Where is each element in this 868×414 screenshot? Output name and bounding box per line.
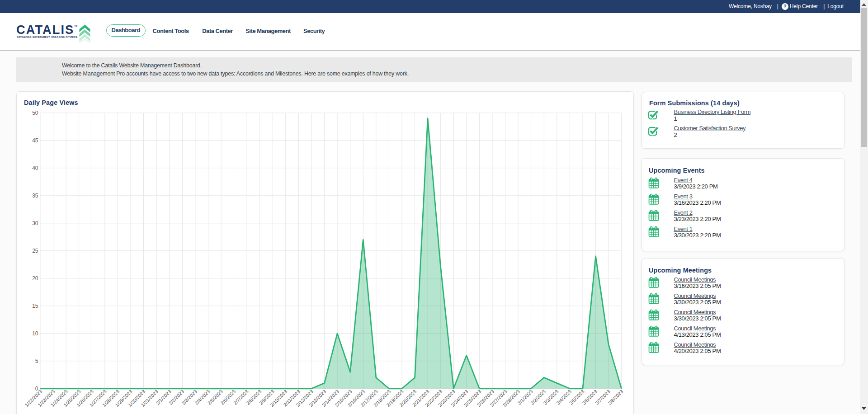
svg-text:40: 40 — [32, 165, 38, 171]
svg-text:10: 10 — [32, 330, 38, 337]
svg-text:50: 50 — [32, 110, 38, 116]
svg-text:20: 20 — [32, 275, 38, 282]
svg-text:45: 45 — [32, 137, 38, 144]
svg-text:5: 5 — [35, 358, 38, 364]
svg-text:15: 15 — [32, 303, 38, 309]
svg-text:35: 35 — [32, 193, 38, 199]
svg-text:30: 30 — [32, 220, 38, 226]
svg-text:25: 25 — [32, 248, 38, 254]
